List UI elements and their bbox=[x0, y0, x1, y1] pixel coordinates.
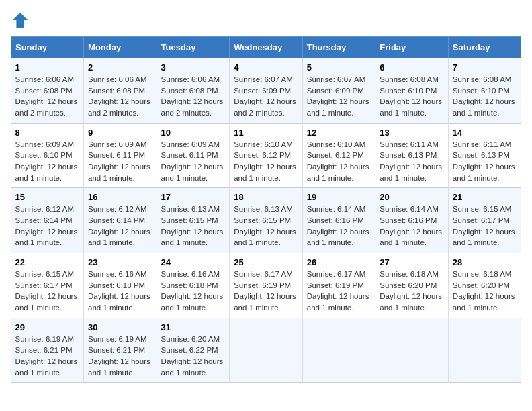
day-info: Sunrise: 6:19 AMSunset: 6:21 PMDaylight:… bbox=[88, 334, 152, 379]
day-number: 4 bbox=[234, 62, 298, 73]
day-info: Sunrise: 6:08 AMSunset: 6:10 PMDaylight:… bbox=[453, 74, 517, 119]
calendar-cell: 20Sunrise: 6:14 AMSunset: 6:16 PMDayligh… bbox=[375, 188, 449, 253]
svg-marker-0 bbox=[13, 13, 28, 28]
day-info: Sunrise: 6:15 AMSunset: 6:17 PMDaylight:… bbox=[15, 269, 80, 314]
header-thursday: Thursday bbox=[302, 37, 375, 58]
day-info: Sunrise: 6:09 AMSunset: 6:11 PMDaylight:… bbox=[161, 139, 226, 184]
day-number: 13 bbox=[380, 128, 444, 138]
calendar-week-row: 29Sunrise: 6:19 AMSunset: 6:21 PMDayligh… bbox=[11, 318, 521, 383]
day-info: Sunrise: 6:06 AMSunset: 6:08 PMDaylight:… bbox=[88, 74, 152, 119]
calendar-cell: 25Sunrise: 6:17 AMSunset: 6:19 PMDayligh… bbox=[230, 253, 303, 318]
day-number: 6 bbox=[380, 62, 444, 73]
calendar-cell: 28Sunrise: 6:18 AMSunset: 6:20 PMDayligh… bbox=[448, 253, 521, 318]
logo bbox=[11, 11, 32, 30]
calendar-cell: 7Sunrise: 6:08 AMSunset: 6:10 PMDaylight… bbox=[448, 58, 521, 124]
day-info: Sunrise: 6:19 AMSunset: 6:21 PMDaylight:… bbox=[15, 334, 80, 379]
day-info: Sunrise: 6:15 AMSunset: 6:17 PMDaylight:… bbox=[453, 203, 517, 248]
calendar-week-row: 1Sunrise: 6:06 AMSunset: 6:08 PMDaylight… bbox=[11, 58, 521, 124]
calendar-cell: 17Sunrise: 6:13 AMSunset: 6:15 PMDayligh… bbox=[157, 188, 230, 253]
day-info: Sunrise: 6:17 AMSunset: 6:19 PMDaylight:… bbox=[307, 269, 371, 314]
day-number: 15 bbox=[15, 192, 80, 202]
header-tuesday: Tuesday bbox=[157, 37, 230, 58]
calendar-cell: 12Sunrise: 6:10 AMSunset: 6:12 PMDayligh… bbox=[302, 123, 375, 188]
day-info: Sunrise: 6:20 AMSunset: 6:22 PMDaylight:… bbox=[161, 334, 226, 379]
day-info: Sunrise: 6:12 AMSunset: 6:14 PMDaylight:… bbox=[15, 203, 80, 248]
day-number: 30 bbox=[88, 322, 152, 332]
day-number: 16 bbox=[88, 192, 152, 202]
calendar-cell: 13Sunrise: 6:11 AMSunset: 6:13 PMDayligh… bbox=[375, 123, 449, 188]
calendar-cell: 1Sunrise: 6:06 AMSunset: 6:08 PMDaylight… bbox=[11, 58, 84, 124]
day-number: 24 bbox=[161, 257, 226, 267]
day-number: 21 bbox=[453, 192, 517, 202]
day-info: Sunrise: 6:12 AMSunset: 6:14 PMDaylight:… bbox=[88, 203, 152, 248]
day-number: 17 bbox=[161, 192, 226, 202]
logo-icon bbox=[11, 11, 30, 30]
day-number: 14 bbox=[453, 128, 517, 138]
calendar-cell: 21Sunrise: 6:15 AMSunset: 6:17 PMDayligh… bbox=[448, 188, 521, 253]
day-number: 23 bbox=[88, 257, 152, 267]
calendar-cell bbox=[302, 318, 375, 383]
calendar-cell: 4Sunrise: 6:07 AMSunset: 6:09 PMDaylight… bbox=[230, 58, 303, 124]
calendar-week-row: 8Sunrise: 6:09 AMSunset: 6:10 PMDaylight… bbox=[11, 123, 521, 188]
calendar-cell: 31Sunrise: 6:20 AMSunset: 6:22 PMDayligh… bbox=[157, 318, 230, 383]
calendar-week-row: 22Sunrise: 6:15 AMSunset: 6:17 PMDayligh… bbox=[11, 253, 521, 318]
header-saturday: Saturday bbox=[448, 37, 521, 58]
day-number: 27 bbox=[380, 257, 444, 267]
calendar-cell: 16Sunrise: 6:12 AMSunset: 6:14 PMDayligh… bbox=[84, 188, 157, 253]
day-info: Sunrise: 6:09 AMSunset: 6:10 PMDaylight:… bbox=[15, 139, 80, 184]
calendar-header-row: SundayMondayTuesdayWednesdayThursdayFrid… bbox=[11, 37, 521, 58]
day-number: 28 bbox=[453, 257, 517, 267]
day-info: Sunrise: 6:13 AMSunset: 6:15 PMDaylight:… bbox=[234, 203, 298, 248]
calendar-cell: 24Sunrise: 6:16 AMSunset: 6:18 PMDayligh… bbox=[157, 253, 230, 318]
day-info: Sunrise: 6:16 AMSunset: 6:18 PMDaylight:… bbox=[161, 269, 226, 314]
calendar-cell: 2Sunrise: 6:06 AMSunset: 6:08 PMDaylight… bbox=[84, 58, 157, 124]
calendar-cell: 18Sunrise: 6:13 AMSunset: 6:15 PMDayligh… bbox=[230, 188, 303, 253]
calendar-cell: 8Sunrise: 6:09 AMSunset: 6:10 PMDaylight… bbox=[11, 123, 84, 188]
day-info: Sunrise: 6:09 AMSunset: 6:11 PMDaylight:… bbox=[88, 139, 152, 184]
calendar-cell: 22Sunrise: 6:15 AMSunset: 6:17 PMDayligh… bbox=[11, 253, 84, 318]
calendar-cell: 5Sunrise: 6:07 AMSunset: 6:09 PMDaylight… bbox=[302, 58, 375, 124]
calendar-cell: 3Sunrise: 6:06 AMSunset: 6:08 PMDaylight… bbox=[157, 58, 230, 124]
page-header bbox=[11, 11, 521, 30]
day-number: 7 bbox=[453, 62, 517, 73]
day-info: Sunrise: 6:14 AMSunset: 6:16 PMDaylight:… bbox=[380, 203, 444, 248]
day-info: Sunrise: 6:07 AMSunset: 6:09 PMDaylight:… bbox=[307, 74, 371, 119]
day-number: 11 bbox=[234, 128, 298, 138]
calendar-week-row: 15Sunrise: 6:12 AMSunset: 6:14 PMDayligh… bbox=[11, 188, 521, 253]
calendar-cell bbox=[230, 318, 303, 383]
day-info: Sunrise: 6:06 AMSunset: 6:08 PMDaylight:… bbox=[15, 74, 80, 119]
calendar-cell: 29Sunrise: 6:19 AMSunset: 6:21 PMDayligh… bbox=[11, 318, 84, 383]
header-sunday: Sunday bbox=[11, 37, 84, 58]
calendar-cell: 15Sunrise: 6:12 AMSunset: 6:14 PMDayligh… bbox=[11, 188, 84, 253]
day-number: 26 bbox=[307, 257, 371, 267]
day-info: Sunrise: 6:11 AMSunset: 6:13 PMDaylight:… bbox=[453, 139, 517, 184]
day-number: 25 bbox=[234, 257, 298, 267]
calendar-cell: 23Sunrise: 6:16 AMSunset: 6:18 PMDayligh… bbox=[84, 253, 157, 318]
calendar-cell: 11Sunrise: 6:10 AMSunset: 6:12 PMDayligh… bbox=[230, 123, 303, 188]
calendar-cell: 27Sunrise: 6:18 AMSunset: 6:20 PMDayligh… bbox=[375, 253, 449, 318]
day-info: Sunrise: 6:17 AMSunset: 6:19 PMDaylight:… bbox=[234, 269, 298, 314]
day-info: Sunrise: 6:16 AMSunset: 6:18 PMDaylight:… bbox=[88, 269, 152, 314]
day-number: 19 bbox=[307, 192, 371, 202]
calendar-table: SundayMondayTuesdayWednesdayThursdayFrid… bbox=[11, 36, 521, 383]
day-number: 12 bbox=[307, 128, 371, 138]
calendar-cell: 9Sunrise: 6:09 AMSunset: 6:11 PMDaylight… bbox=[84, 123, 157, 188]
day-number: 5 bbox=[307, 62, 371, 73]
calendar-cell: 19Sunrise: 6:14 AMSunset: 6:16 PMDayligh… bbox=[302, 188, 375, 253]
day-number: 9 bbox=[88, 128, 152, 138]
day-info: Sunrise: 6:06 AMSunset: 6:08 PMDaylight:… bbox=[161, 74, 226, 119]
day-info: Sunrise: 6:08 AMSunset: 6:10 PMDaylight:… bbox=[380, 74, 444, 119]
header-monday: Monday bbox=[84, 37, 157, 58]
calendar-cell bbox=[448, 318, 521, 383]
day-number: 3 bbox=[161, 62, 226, 73]
day-info: Sunrise: 6:11 AMSunset: 6:13 PMDaylight:… bbox=[380, 139, 444, 184]
calendar-cell: 26Sunrise: 6:17 AMSunset: 6:19 PMDayligh… bbox=[302, 253, 375, 318]
day-info: Sunrise: 6:10 AMSunset: 6:12 PMDaylight:… bbox=[307, 139, 371, 184]
day-number: 20 bbox=[380, 192, 444, 202]
day-info: Sunrise: 6:10 AMSunset: 6:12 PMDaylight:… bbox=[234, 139, 298, 184]
day-number: 1 bbox=[15, 62, 80, 73]
header-wednesday: Wednesday bbox=[230, 37, 303, 58]
day-number: 22 bbox=[15, 257, 80, 267]
calendar-cell: 6Sunrise: 6:08 AMSunset: 6:10 PMDaylight… bbox=[375, 58, 449, 124]
day-info: Sunrise: 6:18 AMSunset: 6:20 PMDaylight:… bbox=[380, 269, 444, 314]
